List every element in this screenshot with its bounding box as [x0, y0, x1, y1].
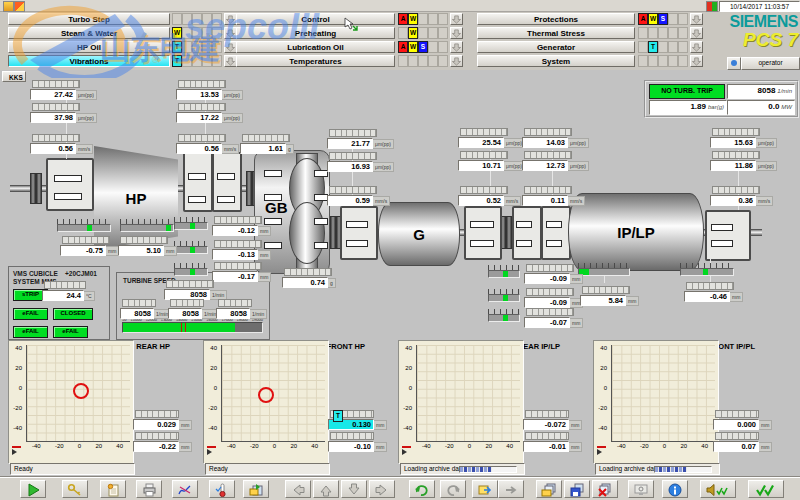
unit-status-cluster: NO TURB. TRIP 80581/min 1.89bar(g) 0.0MW — [644, 80, 799, 118]
undo-icon[interactable] — [409, 480, 435, 498]
menu-button-control[interactable]: Control — [236, 13, 395, 25]
speed-readout[interactable]: 80581/min — [727, 84, 795, 99]
new-document-icon[interactable] — [100, 480, 126, 498]
vibration-readout-lp-rear[interactable]: 11.86μm(pp) — [710, 151, 778, 171]
vibration-readout-lp-front[interactable]: 14.03μm(pp) — [522, 128, 590, 148]
chevron-down-icon[interactable] — [690, 27, 703, 39]
vibration-readout-gb-out[interactable]: 21.77μm(pp) — [327, 129, 395, 149]
position-readout-gen[interactable]: -0.09mm — [524, 264, 592, 284]
import-archive-icon[interactable] — [243, 480, 269, 498]
chevron-down-icon[interactable] — [690, 41, 703, 53]
menu-button-generator[interactable]: Generator — [477, 41, 635, 53]
kks-button[interactable]: KKS — [2, 71, 26, 82]
plot-value-readout[interactable]: -0.072mm — [523, 410, 591, 430]
monitor-preview-icon[interactable] — [628, 480, 654, 498]
info-icon[interactable] — [662, 480, 688, 498]
power-readout[interactable]: 0.0MW — [727, 100, 795, 115]
acceleration-readout-gb2[interactable]: 0.74g — [282, 268, 350, 288]
menu-button-hp-oil[interactable]: HP Oil — [8, 41, 170, 53]
vibration-readout-hp-front[interactable]: 27.42μm(pp) — [30, 80, 98, 100]
vibration-readout-lp-rear[interactable]: 15.63μm(pp) — [710, 128, 778, 148]
trip-status-lamp[interactable]: NO TURB. TRIP — [649, 84, 725, 99]
plot-value-readout[interactable]: -0.01mm — [523, 432, 591, 452]
nav-down-icon[interactable] — [341, 480, 367, 498]
plot-value-readout[interactable]: -0.10mm — [328, 432, 396, 452]
hp-turbine[interactable]: HP — [94, 146, 178, 250]
chevron-down-icon[interactable] — [450, 13, 463, 25]
menu-button-lubrication-oil[interactable]: Lubrication Oil — [236, 41, 395, 53]
speed-readout-main[interactable]: 80581/min — [164, 280, 232, 300]
velocity-readout-lp-front[interactable]: 0.11mm/s — [522, 186, 590, 206]
chevron-down-icon[interactable] — [450, 41, 463, 53]
vibration-readout-gen-rear[interactable]: 10.71μm(pp) — [458, 151, 526, 171]
pressure-readout[interactable]: 1.89bar(g) — [649, 100, 727, 115]
save-pictures-icon[interactable] — [564, 480, 590, 498]
trend-curves-icon[interactable] — [172, 480, 198, 498]
closed-lamp[interactable]: CLOSED — [53, 308, 93, 320]
menu-button-steam-water[interactable]: Steam & Water — [8, 27, 170, 39]
print-icon[interactable] — [136, 480, 162, 498]
operator-button[interactable]: operator — [741, 57, 800, 70]
bearing-block — [340, 206, 378, 260]
position-readout-hp[interactable]: 5.10mm — [118, 236, 186, 256]
open-pictures-icon[interactable] — [536, 480, 562, 498]
menu-button-preheating[interactable]: Preheating — [236, 27, 395, 39]
alarm-icon[interactable] — [14, 1, 25, 12]
menu-button-turbo-step[interactable]: Turbo Step — [8, 13, 170, 25]
speed-readout-3[interactable]: 80581/min — [216, 299, 284, 319]
limit-bar — [214, 262, 262, 270]
key-icon[interactable] — [62, 480, 88, 498]
velocity-readout-hp-rear[interactable]: 0.56mm/s — [176, 134, 244, 154]
expansion-readout-lp[interactable]: 5.84mm — [580, 286, 648, 306]
efail-lamp[interactable]: eFAIL — [53, 326, 88, 338]
vibration-readout-gb-out[interactable]: 16.93μm(pp) — [327, 152, 395, 172]
velocity-readout-gb-out[interactable]: 0.59mm/s — [327, 186, 395, 206]
position-readout-gb[interactable]: -0.17mm — [212, 262, 280, 282]
chevron-down-icon[interactable] — [450, 55, 463, 67]
vibration-readout-lp-front[interactable]: 12.73μm(pp) — [522, 151, 590, 171]
menu-button-system[interactable]: System — [477, 55, 635, 67]
horn-acknowledge-icon[interactable] — [700, 480, 736, 498]
menu-button-vibrations[interactable]: Vibrations — [8, 55, 170, 67]
velocity-readout-hp-front[interactable]: 0.56mm/s — [30, 134, 98, 154]
vibration-readout-hp-rear[interactable]: 17.22μm(pp) — [176, 103, 244, 123]
picture-forward-icon[interactable] — [472, 480, 498, 498]
thermometer-icon[interactable] — [209, 480, 235, 498]
nav-right-icon[interactable] — [369, 480, 395, 498]
acknowledge-all-icon[interactable] — [748, 480, 784, 498]
redo-icon[interactable] — [440, 480, 466, 498]
user-icon[interactable] — [727, 57, 741, 70]
limit-bar: T — [330, 410, 374, 418]
nav-left-icon[interactable] — [285, 480, 311, 498]
position-readout-gb[interactable]: -0.12mm — [212, 216, 280, 236]
position-readout-lp[interactable]: -0.46mm — [684, 282, 752, 302]
plot-value-readout[interactable]: -0.22mm — [133, 432, 201, 452]
chevron-down-icon[interactable] — [690, 55, 703, 67]
vibration-readout-gen-rear[interactable]: 25.54μm(pp) — [458, 128, 526, 148]
chevron-down-icon[interactable] — [450, 27, 463, 39]
temperature-readout-vms[interactable]: 24.4°C — [42, 281, 110, 301]
velocity-readout-gen-rear[interactable]: 0.52mm/s — [458, 186, 526, 206]
position-readout-gb[interactable]: -0.13mm — [212, 240, 280, 260]
plot-value-readout[interactable]: 0.07mm — [713, 432, 781, 452]
menu-button-temperatures[interactable]: Temperatures — [236, 55, 395, 67]
plot-value-readout[interactable]: 0.029mm — [133, 410, 201, 430]
picture-back-icon[interactable] — [498, 480, 524, 498]
plot-value-readout[interactable]: 0.000mm — [713, 410, 781, 430]
project-icon[interactable] — [3, 1, 14, 12]
acceleration-readout-gb[interactable]: 1.61g — [240, 134, 308, 154]
position-readout-gen[interactable]: -0.07mm — [524, 308, 592, 328]
plot-value-readout-highlighted[interactable]: T0.130mm — [328, 410, 396, 430]
menu-button-protections[interactable]: Protections — [477, 13, 635, 25]
efail-lamp[interactable]: eFAIL — [13, 326, 48, 338]
vibration-readout-hp-rear[interactable]: 13.53μm(pp) — [176, 80, 244, 100]
nav-up-icon[interactable] — [313, 480, 339, 498]
delete-pictures-icon[interactable] — [592, 480, 618, 498]
generator[interactable]: G — [378, 202, 460, 266]
velocity-readout-lp-rear[interactable]: 0.36mm/s — [710, 186, 778, 206]
start-icon[interactable] — [20, 480, 46, 498]
menu-button-thermal-stress[interactable]: Thermal Stress — [477, 27, 635, 39]
chevron-down-icon[interactable] — [690, 13, 703, 25]
vibration-readout-hp-front[interactable]: 37.98μm(pp) — [30, 103, 98, 123]
efail-lamp[interactable]: eFAIL — [13, 308, 48, 320]
